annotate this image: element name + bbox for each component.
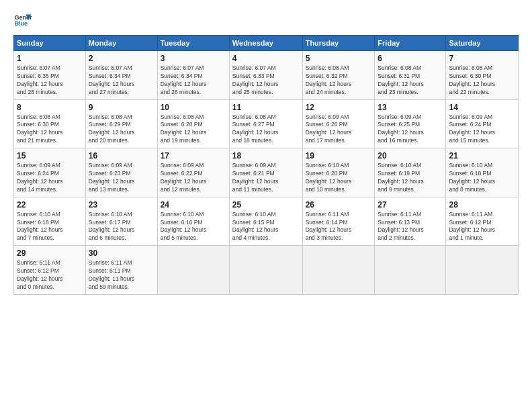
day-number: 6 bbox=[378, 54, 443, 63]
day-number: 18 bbox=[232, 151, 300, 161]
day-info: Sunrise: 6:10 AM Sunset: 6:15 PM Dayligh… bbox=[232, 211, 300, 243]
calendar-cell bbox=[375, 246, 446, 295]
day-number: 28 bbox=[449, 200, 515, 210]
calendar-cell: 3Sunrise: 6:07 AM Sunset: 6:34 PM Daylig… bbox=[157, 51, 229, 100]
calendar-cell: 27Sunrise: 6:11 AM Sunset: 6:13 PM Dayli… bbox=[375, 197, 446, 246]
calendar-cell: 5Sunrise: 6:08 AM Sunset: 6:32 PM Daylig… bbox=[302, 51, 375, 100]
calendar-week-row: 1Sunrise: 6:07 AM Sunset: 6:35 PM Daylig… bbox=[14, 51, 519, 100]
col-header-wednesday: Wednesday bbox=[229, 36, 302, 51]
calendar-cell bbox=[446, 246, 519, 295]
calendar-cell: 30Sunrise: 6:11 AM Sunset: 6:11 PM Dayli… bbox=[85, 246, 157, 295]
calendar-cell: 13Sunrise: 6:09 AM Sunset: 6:25 PM Dayli… bbox=[375, 99, 446, 148]
calendar-cell: 7Sunrise: 6:08 AM Sunset: 6:30 PM Daylig… bbox=[446, 51, 519, 100]
day-info: Sunrise: 6:10 AM Sunset: 6:20 PM Dayligh… bbox=[306, 162, 372, 194]
logo-icon: General Blue bbox=[13, 11, 32, 30]
calendar-cell bbox=[157, 246, 229, 295]
day-info: Sunrise: 6:08 AM Sunset: 6:27 PM Dayligh… bbox=[232, 113, 300, 146]
col-header-thursday: Thursday bbox=[302, 36, 375, 51]
day-info: Sunrise: 6:09 AM Sunset: 6:24 PM Dayligh… bbox=[17, 162, 83, 194]
calendar-cell: 25Sunrise: 6:10 AM Sunset: 6:15 PM Dayli… bbox=[229, 197, 302, 246]
day-info: Sunrise: 6:09 AM Sunset: 6:23 PM Dayligh… bbox=[89, 162, 154, 194]
day-info: Sunrise: 6:11 AM Sunset: 6:14 PM Dayligh… bbox=[306, 211, 372, 243]
calendar-cell: 18Sunrise: 6:09 AM Sunset: 6:21 PM Dayli… bbox=[229, 148, 302, 197]
calendar-cell: 9Sunrise: 6:08 AM Sunset: 6:29 PM Daylig… bbox=[85, 99, 157, 148]
col-header-tuesday: Tuesday bbox=[157, 36, 229, 51]
calendar-cell: 17Sunrise: 6:09 AM Sunset: 6:22 PM Dayli… bbox=[157, 148, 229, 197]
page: General Blue SundayMondayTuesdayWednesda… bbox=[0, 0, 532, 411]
day-number: 23 bbox=[89, 200, 154, 210]
day-info: Sunrise: 6:07 AM Sunset: 6:35 PM Dayligh… bbox=[17, 64, 83, 97]
day-number: 7 bbox=[449, 54, 515, 63]
day-number: 29 bbox=[17, 248, 83, 258]
day-info: Sunrise: 6:10 AM Sunset: 6:17 PM Dayligh… bbox=[89, 211, 154, 243]
calendar-cell: 26Sunrise: 6:11 AM Sunset: 6:14 PM Dayli… bbox=[302, 197, 375, 246]
day-info: Sunrise: 6:08 AM Sunset: 6:30 PM Dayligh… bbox=[17, 113, 83, 146]
day-info: Sunrise: 6:10 AM Sunset: 6:18 PM Dayligh… bbox=[17, 211, 83, 243]
day-info: Sunrise: 6:11 AM Sunset: 6:12 PM Dayligh… bbox=[17, 259, 83, 291]
logo: General Blue bbox=[13, 11, 32, 30]
day-number: 13 bbox=[378, 103, 443, 112]
calendar-cell: 20Sunrise: 6:10 AM Sunset: 6:19 PM Dayli… bbox=[375, 148, 446, 197]
day-number: 12 bbox=[306, 103, 372, 112]
day-info: Sunrise: 6:08 AM Sunset: 6:30 PM Dayligh… bbox=[449, 64, 515, 97]
day-info: Sunrise: 6:10 AM Sunset: 6:18 PM Dayligh… bbox=[449, 162, 515, 194]
day-number: 2 bbox=[89, 54, 154, 63]
col-header-sunday: Sunday bbox=[14, 36, 86, 51]
day-number: 16 bbox=[89, 151, 154, 161]
day-info: Sunrise: 6:11 AM Sunset: 6:13 PM Dayligh… bbox=[378, 211, 443, 243]
calendar-cell: 22Sunrise: 6:10 AM Sunset: 6:18 PM Dayli… bbox=[14, 197, 86, 246]
day-info: Sunrise: 6:11 AM Sunset: 6:11 PM Dayligh… bbox=[89, 259, 154, 291]
day-number: 5 bbox=[306, 54, 372, 63]
day-number: 21 bbox=[449, 151, 515, 161]
calendar-cell: 28Sunrise: 6:11 AM Sunset: 6:12 PM Dayli… bbox=[446, 197, 519, 246]
day-number: 10 bbox=[161, 103, 226, 112]
calendar-cell: 16Sunrise: 6:09 AM Sunset: 6:23 PM Dayli… bbox=[85, 148, 157, 197]
calendar-cell: 8Sunrise: 6:08 AM Sunset: 6:30 PM Daylig… bbox=[14, 99, 86, 148]
day-number: 11 bbox=[232, 103, 300, 112]
calendar-cell: 15Sunrise: 6:09 AM Sunset: 6:24 PM Dayli… bbox=[14, 148, 86, 197]
calendar-week-row: 15Sunrise: 6:09 AM Sunset: 6:24 PM Dayli… bbox=[14, 148, 519, 197]
day-info: Sunrise: 6:09 AM Sunset: 6:22 PM Dayligh… bbox=[161, 162, 226, 194]
day-info: Sunrise: 6:08 AM Sunset: 6:29 PM Dayligh… bbox=[89, 113, 154, 146]
col-header-monday: Monday bbox=[85, 36, 157, 51]
calendar-cell: 29Sunrise: 6:11 AM Sunset: 6:12 PM Dayli… bbox=[14, 246, 86, 295]
calendar-cell: 24Sunrise: 6:10 AM Sunset: 6:16 PM Dayli… bbox=[157, 197, 229, 246]
day-number: 8 bbox=[17, 103, 83, 112]
day-info: Sunrise: 6:10 AM Sunset: 6:19 PM Dayligh… bbox=[378, 162, 443, 194]
day-info: Sunrise: 6:07 AM Sunset: 6:33 PM Dayligh… bbox=[232, 64, 300, 97]
day-number: 17 bbox=[161, 151, 226, 161]
calendar-cell: 10Sunrise: 6:08 AM Sunset: 6:28 PM Dayli… bbox=[157, 99, 229, 148]
day-info: Sunrise: 6:09 AM Sunset: 6:24 PM Dayligh… bbox=[449, 113, 515, 146]
day-info: Sunrise: 6:09 AM Sunset: 6:26 PM Dayligh… bbox=[306, 113, 372, 146]
svg-text:Blue: Blue bbox=[14, 20, 28, 27]
day-number: 15 bbox=[17, 151, 83, 161]
day-number: 30 bbox=[89, 248, 154, 258]
day-number: 20 bbox=[378, 151, 443, 161]
calendar-cell: 19Sunrise: 6:10 AM Sunset: 6:20 PM Dayli… bbox=[302, 148, 375, 197]
day-number: 25 bbox=[232, 200, 300, 210]
calendar-cell: 2Sunrise: 6:07 AM Sunset: 6:34 PM Daylig… bbox=[85, 51, 157, 100]
header: General Blue bbox=[13, 11, 519, 30]
calendar-cell: 23Sunrise: 6:10 AM Sunset: 6:17 PM Dayli… bbox=[85, 197, 157, 246]
day-number: 27 bbox=[378, 200, 443, 210]
calendar-cell bbox=[302, 246, 375, 295]
calendar-cell: 12Sunrise: 6:09 AM Sunset: 6:26 PM Dayli… bbox=[302, 99, 375, 148]
calendar-cell: 21Sunrise: 6:10 AM Sunset: 6:18 PM Dayli… bbox=[446, 148, 519, 197]
col-header-friday: Friday bbox=[375, 36, 446, 51]
day-number: 9 bbox=[89, 103, 154, 112]
day-number: 4 bbox=[232, 54, 300, 63]
day-number: 26 bbox=[306, 200, 372, 210]
calendar-cell: 14Sunrise: 6:09 AM Sunset: 6:24 PM Dayli… bbox=[446, 99, 519, 148]
calendar-week-row: 8Sunrise: 6:08 AM Sunset: 6:30 PM Daylig… bbox=[14, 99, 519, 148]
calendar-header-row: SundayMondayTuesdayWednesdayThursdayFrid… bbox=[14, 36, 519, 51]
day-number: 19 bbox=[306, 151, 372, 161]
calendar-table: SundayMondayTuesdayWednesdayThursdayFrid… bbox=[13, 35, 519, 295]
day-info: Sunrise: 6:09 AM Sunset: 6:21 PM Dayligh… bbox=[232, 162, 300, 194]
day-info: Sunrise: 6:08 AM Sunset: 6:28 PM Dayligh… bbox=[161, 113, 226, 146]
day-number: 22 bbox=[17, 200, 83, 210]
calendar-cell bbox=[229, 246, 302, 295]
calendar-cell: 1Sunrise: 6:07 AM Sunset: 6:35 PM Daylig… bbox=[14, 51, 86, 100]
day-info: Sunrise: 6:11 AM Sunset: 6:12 PM Dayligh… bbox=[449, 211, 515, 243]
day-info: Sunrise: 6:09 AM Sunset: 6:25 PM Dayligh… bbox=[378, 113, 443, 146]
day-number: 24 bbox=[161, 200, 226, 210]
